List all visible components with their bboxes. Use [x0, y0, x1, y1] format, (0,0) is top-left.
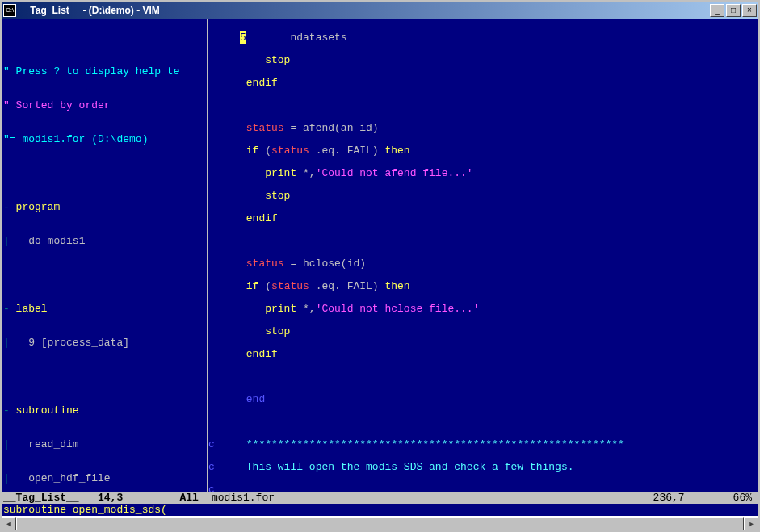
window-title: __Tag_List__ - (D:\demo) - VIM — [19, 5, 708, 16]
taglist-help: " Press ? to display help te — [3, 65, 179, 77]
code-line: status = hclose(id) — [208, 258, 758, 270]
statusline-windows: __Tag_List__ 14,3 All modis1.for 236,7 6… — [2, 492, 758, 504]
minimize-button[interactable]: _ — [710, 4, 724, 17]
fold-marker[interactable]: - — [3, 303, 16, 315]
vertical-separator-outer — [207, 19, 208, 492]
code-line — [208, 100, 758, 111]
taglist-sorted: " Sorted by order — [3, 99, 111, 111]
code-line: print *,'Could not hclose file...' — [208, 304, 758, 315]
fold-gutter: | — [3, 438, 28, 450]
code-line: c This will open the modis SDS and check… — [208, 462, 758, 473]
code-line: stop — [208, 55, 758, 66]
scroll-right-button[interactable]: ► — [744, 517, 758, 530]
taglist-item-label9[interactable]: 9 [process_data] — [28, 337, 129, 349]
code-line — [208, 236, 758, 247]
scroll-left-button[interactable]: ◄ — [2, 517, 16, 530]
statusline-left-window: __Tag_List__ 14,3 All — [2, 492, 208, 504]
taglist-item-read-dim[interactable]: read_dim — [28, 438, 78, 450]
command-line[interactable]: subroutine open_modis_sds( — [2, 504, 758, 516]
fold-marker[interactable]: - — [3, 404, 16, 417]
code-line: c **************************************… — [208, 439, 758, 450]
code-pane[interactable]: 5 ndatasets stop endif status = afend(an… — [208, 19, 758, 492]
code-line: endif — [208, 213, 758, 224]
code-line: if (status .eq. FAIL) then — [208, 145, 758, 157]
code-line: c — [208, 484, 758, 492]
taglist-pane[interactable]: " Press ? to display help te " Sorted by… — [2, 19, 208, 492]
taglist-heading-label: label — [16, 303, 48, 315]
taglist-filename: "= modis1.for (D:\demo) — [3, 133, 148, 145]
fold-gutter: | — [3, 337, 28, 349]
statusline-percent: 66% — [733, 492, 758, 504]
scroll-thumb[interactable] — [16, 517, 744, 530]
statusline-right-file: modis1.for — [208, 492, 275, 504]
fold-gutter: | — [3, 472, 28, 484]
code-line: 5 ndatasets — [208, 32, 758, 44]
maximize-button[interactable]: □ — [726, 4, 741, 17]
code-line: status = afend(an_id) — [208, 123, 758, 134]
fold-marker[interactable]: - — [3, 201, 16, 213]
horizontal-scrollbar[interactable]: ◄ ► — [2, 516, 758, 530]
fold-gutter: | — [3, 235, 28, 247]
taglist-heading-program: program — [16, 201, 61, 213]
taglist-item-do-modis1[interactable]: do_modis1 — [28, 235, 85, 247]
scroll-track[interactable] — [16, 517, 744, 530]
close-button[interactable]: × — [742, 4, 757, 17]
taglist-item-open-hdf-file[interactable]: open_hdf_file — [28, 472, 110, 484]
code-line: if (status .eq. FAIL) then — [208, 281, 758, 292]
code-line — [208, 371, 758, 383]
code-line: stop — [208, 326, 758, 337]
code-line: stop — [208, 191, 758, 202]
code-line — [208, 417, 758, 428]
editor-area: " Press ? to display help te " Sorted by… — [2, 19, 758, 492]
code-line: endif — [208, 77, 758, 89]
code-line: endif — [208, 349, 758, 360]
code-line: print *,'Could not afend file...' — [208, 168, 758, 179]
statusline-position: 236,7 — [653, 492, 733, 504]
vertical-separator-inner — [204, 19, 204, 492]
sysmenu-icon[interactable]: C:\ — [3, 4, 16, 17]
code-line: end — [208, 394, 758, 405]
taglist-heading-subroutine: subroutine — [16, 404, 79, 417]
window-titlebar: C:\ __Tag_List__ - (D:\demo) - VIM _ □ × — [2, 2, 758, 19]
